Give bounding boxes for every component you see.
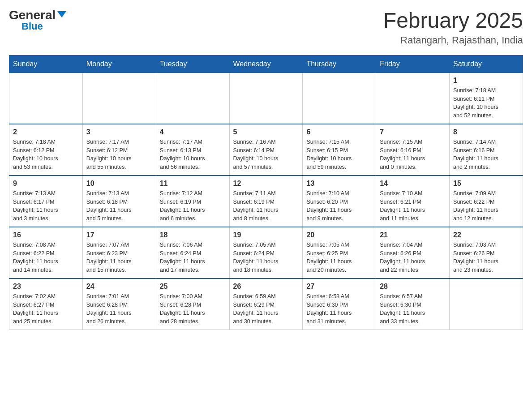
day-info: Sunrise: 7:05 AMSunset: 6:25 PMDaylight:… — [306, 241, 372, 274]
calendar-day-cell: 27Sunrise: 6:58 AMSunset: 6:30 PMDayligh… — [303, 278, 376, 330]
calendar-day-cell: 4Sunrise: 7:17 AMSunset: 6:13 PMDaylight… — [156, 124, 229, 176]
calendar-day-cell — [229, 73, 303, 124]
calendar-week-row: 2Sunrise: 7:18 AMSunset: 6:12 PMDaylight… — [9, 124, 523, 176]
day-number: 24 — [86, 283, 152, 291]
calendar-day-cell — [450, 278, 523, 330]
calendar-day-cell: 9Sunrise: 7:13 AMSunset: 6:17 PMDaylight… — [9, 176, 83, 227]
calendar-week-row: 23Sunrise: 7:02 AMSunset: 6:27 PMDayligh… — [9, 278, 523, 330]
day-number: 26 — [233, 283, 299, 291]
day-number: 12 — [233, 180, 299, 188]
day-of-week-header: Tuesday — [156, 55, 229, 73]
calendar-day-cell: 19Sunrise: 7:05 AMSunset: 6:24 PMDayligh… — [229, 227, 303, 278]
day-info: Sunrise: 7:11 AMSunset: 6:19 PMDaylight:… — [233, 189, 299, 223]
day-number: 27 — [306, 283, 372, 291]
calendar-day-cell: 14Sunrise: 7:10 AMSunset: 6:21 PMDayligh… — [376, 176, 450, 227]
day-info: Sunrise: 7:04 AMSunset: 6:26 PMDaylight:… — [380, 241, 446, 274]
calendar-day-cell: 13Sunrise: 7:10 AMSunset: 6:20 PMDayligh… — [303, 176, 376, 227]
calendar-day-cell: 15Sunrise: 7:09 AMSunset: 6:22 PMDayligh… — [450, 176, 523, 227]
day-number: 1 — [453, 77, 519, 85]
calendar-week-row: 9Sunrise: 7:13 AMSunset: 6:17 PMDaylight… — [9, 176, 523, 227]
day-number: 6 — [306, 128, 372, 136]
day-info: Sunrise: 7:15 AMSunset: 6:15 PMDaylight:… — [306, 138, 372, 171]
logo-general-text: General — [9, 9, 56, 21]
month-title: February 2025 — [383, 9, 523, 33]
day-number: 18 — [160, 231, 226, 239]
day-info: Sunrise: 7:13 AMSunset: 6:18 PMDaylight:… — [86, 189, 152, 223]
day-info: Sunrise: 6:59 AMSunset: 6:29 PMDaylight:… — [233, 292, 299, 326]
title-section: February 2025 Ratangarh, Rajasthan, Indi… — [383, 9, 523, 46]
calendar-day-cell: 24Sunrise: 7:01 AMSunset: 6:28 PMDayligh… — [82, 278, 156, 330]
calendar-day-cell — [303, 73, 376, 124]
calendar-day-cell — [82, 73, 156, 124]
day-info: Sunrise: 7:17 AMSunset: 6:13 PMDaylight:… — [160, 138, 226, 171]
page-header: General Blue February 2025 Ratangarh, Ra… — [9, 9, 523, 46]
calendar-day-cell: 10Sunrise: 7:13 AMSunset: 6:18 PMDayligh… — [82, 176, 156, 227]
calendar-day-cell: 26Sunrise: 6:59 AMSunset: 6:29 PMDayligh… — [229, 278, 303, 330]
logo-triangle-icon — [57, 11, 66, 17]
day-info: Sunrise: 7:16 AMSunset: 6:14 PMDaylight:… — [233, 138, 299, 171]
day-info: Sunrise: 6:57 AMSunset: 6:30 PMDaylight:… — [380, 292, 446, 326]
calendar-day-cell: 21Sunrise: 7:04 AMSunset: 6:26 PMDayligh… — [376, 227, 450, 278]
day-info: Sunrise: 7:03 AMSunset: 6:26 PMDaylight:… — [453, 241, 519, 274]
day-number: 23 — [13, 283, 79, 291]
calendar-day-cell — [376, 73, 450, 124]
day-info: Sunrise: 7:18 AMSunset: 6:12 PMDaylight:… — [13, 138, 79, 171]
day-number: 11 — [160, 180, 226, 188]
calendar-week-row: 1Sunrise: 7:18 AMSunset: 6:11 PMDaylight… — [9, 73, 523, 124]
day-number: 4 — [160, 128, 226, 136]
day-info: Sunrise: 7:17 AMSunset: 6:12 PMDaylight:… — [86, 138, 152, 171]
calendar-table: SundayMondayTuesdayWednesdayThursdayFrid… — [9, 55, 523, 330]
day-info: Sunrise: 7:10 AMSunset: 6:20 PMDaylight:… — [306, 189, 372, 223]
calendar-day-cell: 11Sunrise: 7:12 AMSunset: 6:19 PMDayligh… — [156, 176, 229, 227]
day-number: 16 — [13, 231, 79, 239]
day-info: Sunrise: 7:18 AMSunset: 6:11 PMDaylight:… — [453, 86, 519, 120]
day-number: 2 — [13, 128, 79, 136]
day-info: Sunrise: 7:14 AMSunset: 6:16 PMDaylight:… — [453, 138, 519, 171]
calendar-day-cell: 6Sunrise: 7:15 AMSunset: 6:15 PMDaylight… — [303, 124, 376, 176]
calendar-day-cell: 18Sunrise: 7:06 AMSunset: 6:24 PMDayligh… — [156, 227, 229, 278]
calendar-day-cell: 28Sunrise: 6:57 AMSunset: 6:30 PMDayligh… — [376, 278, 450, 330]
day-number: 13 — [306, 180, 372, 188]
day-number: 25 — [160, 283, 226, 291]
day-number: 5 — [233, 128, 299, 136]
day-number: 15 — [453, 180, 519, 188]
day-number: 19 — [233, 231, 299, 239]
calendar-day-cell: 20Sunrise: 7:05 AMSunset: 6:25 PMDayligh… — [303, 227, 376, 278]
day-of-week-header: Sunday — [9, 55, 83, 73]
day-info: Sunrise: 7:06 AMSunset: 6:24 PMDaylight:… — [160, 241, 226, 274]
day-number: 3 — [86, 128, 152, 136]
day-info: Sunrise: 7:08 AMSunset: 6:22 PMDaylight:… — [13, 241, 79, 274]
calendar-day-cell: 16Sunrise: 7:08 AMSunset: 6:22 PMDayligh… — [9, 227, 83, 278]
day-info: Sunrise: 7:01 AMSunset: 6:28 PMDaylight:… — [86, 292, 152, 326]
day-info: Sunrise: 6:58 AMSunset: 6:30 PMDaylight:… — [306, 292, 372, 326]
calendar-day-cell: 8Sunrise: 7:14 AMSunset: 6:16 PMDaylight… — [450, 124, 523, 176]
day-number: 21 — [380, 231, 446, 239]
calendar-day-cell: 1Sunrise: 7:18 AMSunset: 6:11 PMDaylight… — [450, 73, 523, 124]
calendar-day-cell — [156, 73, 229, 124]
calendar-day-cell: 7Sunrise: 7:15 AMSunset: 6:16 PMDaylight… — [376, 124, 450, 176]
calendar-day-cell — [9, 73, 83, 124]
day-number: 20 — [306, 231, 372, 239]
day-number: 7 — [380, 128, 446, 136]
calendar-header-row: SundayMondayTuesdayWednesdayThursdayFrid… — [9, 55, 523, 73]
day-of-week-header: Monday — [82, 55, 156, 73]
day-of-week-header: Saturday — [450, 55, 523, 73]
calendar-day-cell: 17Sunrise: 7:07 AMSunset: 6:23 PMDayligh… — [82, 227, 156, 278]
day-info: Sunrise: 7:15 AMSunset: 6:16 PMDaylight:… — [380, 138, 446, 171]
day-number: 28 — [380, 283, 446, 291]
day-info: Sunrise: 7:07 AMSunset: 6:23 PMDaylight:… — [86, 241, 152, 274]
day-info: Sunrise: 7:12 AMSunset: 6:19 PMDaylight:… — [160, 189, 226, 223]
day-number: 22 — [453, 231, 519, 239]
day-of-week-header: Friday — [376, 55, 450, 73]
day-number: 10 — [86, 180, 152, 188]
calendar-day-cell: 3Sunrise: 7:17 AMSunset: 6:12 PMDaylight… — [82, 124, 156, 176]
day-info: Sunrise: 7:02 AMSunset: 6:27 PMDaylight:… — [13, 292, 79, 326]
day-number: 8 — [453, 128, 519, 136]
logo-blue-text: Blue — [21, 21, 43, 31]
day-info: Sunrise: 7:00 AMSunset: 6:28 PMDaylight:… — [160, 292, 226, 326]
calendar-day-cell: 2Sunrise: 7:18 AMSunset: 6:12 PMDaylight… — [9, 124, 83, 176]
logo: General Blue — [9, 9, 66, 31]
day-number: 17 — [86, 231, 152, 239]
calendar-day-cell: 5Sunrise: 7:16 AMSunset: 6:14 PMDaylight… — [229, 124, 303, 176]
day-number: 9 — [13, 180, 79, 188]
